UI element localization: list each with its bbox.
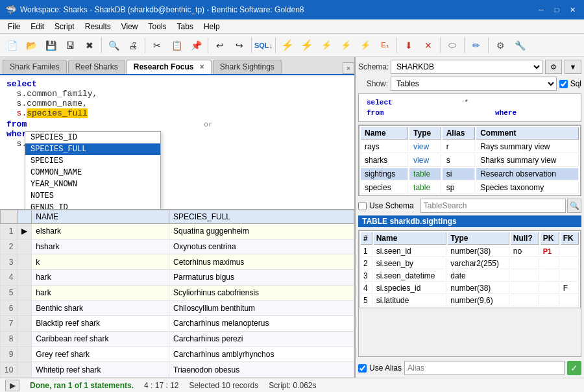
tab-close-research[interactable]: × bbox=[200, 62, 204, 71]
schema-settings-button[interactable]: ⚙ bbox=[545, 60, 562, 74]
tab-shark-families[interactable]: Shark Familes bbox=[3, 60, 67, 74]
cancel-button2[interactable]: ✕ bbox=[419, 36, 437, 55]
new-button[interactable]: 📄 bbox=[3, 36, 21, 55]
tools2-button[interactable]: 🔧 bbox=[511, 36, 529, 55]
stop-button[interactable]: ⬇ bbox=[400, 36, 418, 55]
detail-row[interactable]: 2 si.seen_by varchar2(255) bbox=[361, 258, 579, 269]
object-row[interactable]: sharks view s Sharks summary view bbox=[361, 154, 579, 167]
ac-item-species-id[interactable]: SPECIES_ID bbox=[25, 132, 160, 143]
row-full: Carcharhinus perezi bbox=[169, 331, 354, 347]
run5-button[interactable]: ⚡ bbox=[356, 36, 374, 55]
ac-item-year-known[interactable]: YEAR_KNOWN bbox=[25, 178, 160, 190]
ac-item-species[interactable]: SPECIES bbox=[25, 155, 160, 167]
menu-results[interactable]: Results bbox=[80, 21, 116, 32]
ac-item-common-name[interactable]: COMMON_NAME bbox=[25, 167, 160, 178]
sql-checkbox[interactable] bbox=[559, 80, 568, 88]
open-button[interactable]: 📂 bbox=[22, 36, 40, 55]
object-row[interactable]: species table sp Species taxonomy bbox=[361, 182, 579, 194]
undo-button[interactable]: ↩ bbox=[211, 36, 229, 55]
copy-button[interactable]: 📋 bbox=[167, 36, 186, 55]
col-species-full[interactable]: SPECIES_FULL bbox=[169, 210, 354, 224]
window-controls[interactable]: ─ □ ✕ bbox=[535, 3, 579, 16]
table-row[interactable]: 9 Grey reef shark Carcharhinus amblyrhyn… bbox=[1, 347, 354, 362]
menu-script[interactable]: Script bbox=[49, 21, 80, 32]
use-schema-checkbox[interactable] bbox=[358, 202, 367, 210]
close-panel-button[interactable]: × bbox=[343, 62, 354, 74]
alias-confirm-button[interactable]: ✓ bbox=[567, 361, 581, 375]
row-num: 9 bbox=[1, 347, 18, 362]
menu-edit[interactable]: Edit bbox=[25, 21, 49, 32]
detail-row[interactable]: 4 si.species_id number(38) F bbox=[361, 283, 579, 294]
table-search-input[interactable] bbox=[420, 199, 566, 213]
paste-button[interactable]: 📌 bbox=[187, 36, 205, 55]
close-button[interactable]: ✕ bbox=[566, 3, 579, 16]
tab-research-focus[interactable]: Research Focus × bbox=[127, 60, 212, 74]
save-all-button[interactable]: 🖫 bbox=[61, 36, 79, 55]
schema-select[interactable]: SHARKDB bbox=[391, 60, 542, 74]
obj-comment: Rays summary view bbox=[476, 141, 579, 153]
settings-button[interactable]: ⚙ bbox=[491, 36, 509, 55]
table-row[interactable]: 10 Whitetip reef shark Triaenodon obesus bbox=[1, 362, 354, 378]
object-row[interactable]: rays view r Rays summary view bbox=[361, 141, 579, 153]
save-button[interactable]: 💾 bbox=[42, 36, 60, 55]
maximize-button[interactable]: □ bbox=[550, 3, 563, 16]
detail-type: number(38) bbox=[448, 246, 509, 257]
autocomplete-dropdown[interactable]: SPECIES_ID SPECIES_FULL SPECIES COMMON_N… bbox=[25, 131, 161, 209]
cut-button[interactable]: ✂ bbox=[148, 36, 166, 55]
table-row[interactable]: 4 hark Parmaturus bigus bbox=[1, 270, 354, 286]
run6-button[interactable]: E₁ bbox=[376, 36, 394, 55]
row-arrow: ▶ bbox=[18, 224, 32, 239]
detail-row[interactable]: 5 si.latitude number(9,6) bbox=[361, 295, 579, 306]
use-schema-label[interactable]: Use Schema bbox=[358, 201, 414, 210]
row-name: hark bbox=[32, 285, 169, 300]
table-row[interactable]: 6 Benthic shark Chiloscyllium benthitum bbox=[1, 300, 354, 316]
detail-name: si.seen_datetime bbox=[374, 271, 447, 282]
show-select[interactable]: Tables Views All bbox=[391, 77, 557, 91]
print-button[interactable]: 🖨 bbox=[124, 36, 142, 55]
table-search-button[interactable]: 🔍 bbox=[567, 199, 581, 213]
sql-editor[interactable]: select s.common_family, s.common_name, s… bbox=[0, 75, 354, 209]
run-button[interactable]: ⚡ bbox=[278, 36, 297, 55]
ac-item-genus-id[interactable]: GENUS_ID bbox=[25, 202, 160, 209]
schema-more-button[interactable]: ▼ bbox=[565, 60, 581, 74]
table-row[interactable]: 1 ▶ elshark Squatina guggenheim bbox=[1, 224, 354, 239]
pencil-button[interactable]: ✏ bbox=[467, 36, 485, 55]
redo-button[interactable]: ↪ bbox=[230, 36, 249, 55]
run3-button[interactable]: ⚡ bbox=[317, 36, 335, 55]
minimize-button[interactable]: ─ bbox=[535, 3, 548, 16]
object-row[interactable]: sightings table si Research observation bbox=[361, 168, 579, 180]
sql-checkbox-label[interactable]: Sql bbox=[559, 79, 581, 88]
table-row[interactable]: 3 k Cetorhinus maximus bbox=[1, 254, 354, 270]
run4-button[interactable]: ⚡ bbox=[337, 36, 355, 55]
sql-format-button[interactable]: SQL↓ bbox=[254, 36, 273, 55]
find-button[interactable]: 🔍 bbox=[104, 36, 123, 55]
use-alias-checkbox[interactable] bbox=[358, 364, 367, 373]
ac-item-species-full[interactable]: SPECIES_FULL bbox=[25, 143, 160, 155]
status-nav-button[interactable]: ▶ bbox=[5, 380, 19, 391]
detail-pk bbox=[541, 295, 559, 306]
use-schema-row: Use Schema 🔍 bbox=[358, 199, 581, 213]
use-alias-label[interactable]: Use Alias bbox=[358, 363, 402, 373]
obj-col-name: Name bbox=[361, 127, 408, 140]
table-row[interactable]: 8 Caribbean reef shark Carcharhinus pere… bbox=[1, 331, 354, 347]
menu-file[interactable]: File bbox=[3, 21, 25, 32]
alias-input[interactable] bbox=[404, 361, 565, 375]
menu-help[interactable]: Help bbox=[199, 21, 225, 32]
tab-shark-sightings[interactable]: Shark Sightings bbox=[213, 60, 282, 74]
run2-button[interactable]: ⚡ bbox=[298, 36, 316, 55]
menu-tabs[interactable]: Tabs bbox=[172, 21, 199, 32]
db-button[interactable]: ⬭ bbox=[443, 36, 461, 55]
close-button2[interactable]: ✖ bbox=[80, 36, 99, 55]
ac-item-notes[interactable]: NOTES bbox=[25, 190, 160, 202]
detail-row[interactable]: 3 si.seen_datetime date bbox=[361, 271, 579, 282]
objects-table: Name Type Alias Comment rays view r Rays… bbox=[359, 125, 581, 196]
menu-view[interactable]: View bbox=[116, 21, 143, 32]
detail-row[interactable]: 1 si.seen_id number(38) no P1 bbox=[361, 246, 579, 257]
table-row[interactable]: 5 hark Scyliorhinus cabofriensis bbox=[1, 285, 354, 300]
col-name[interactable]: NAME bbox=[32, 210, 169, 224]
tab-reef-sharks[interactable]: Reef Sharks bbox=[68, 60, 125, 74]
table-row[interactable]: 7 Blacktip reef shark Carcharhinus melan… bbox=[1, 316, 354, 332]
table-row[interactable]: 2 hshark Oxynotus centrina bbox=[1, 239, 354, 254]
menu-tools[interactable]: Tools bbox=[143, 21, 172, 32]
detail-table: # Name Type Null? PK FK 1 si.seen_id num… bbox=[359, 230, 581, 308]
